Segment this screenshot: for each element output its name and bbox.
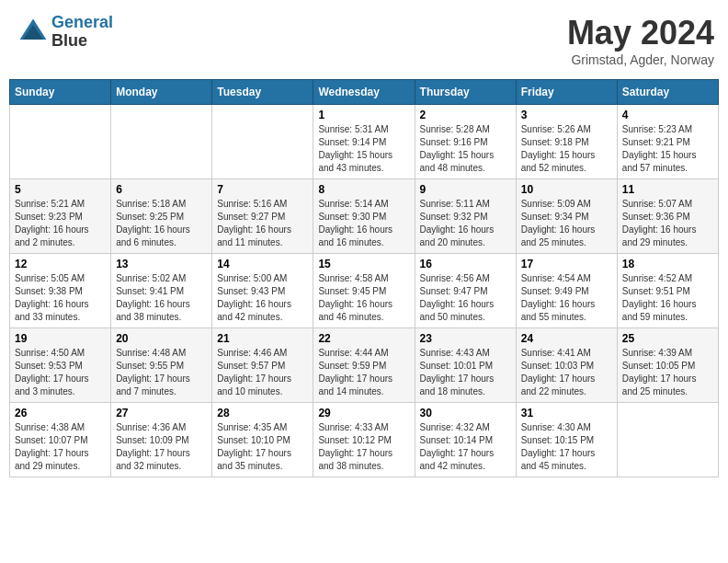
day-info: Sunrise: 5:31 AM Sunset: 9:14 PM Dayligh… (318, 123, 409, 175)
day-info: Sunrise: 5:16 AM Sunset: 9:27 PM Dayligh… (217, 198, 308, 249)
day-number: 8 (318, 183, 409, 196)
day-info: Sunrise: 5:14 AM Sunset: 9:30 PM Dayligh… (318, 198, 409, 249)
day-number: 27 (116, 407, 207, 419)
day-cell: 16Sunrise: 4:56 AM Sunset: 9:47 PM Dayli… (415, 254, 516, 328)
day-info: Sunrise: 4:54 AM Sunset: 9:49 PM Dayligh… (521, 272, 612, 324)
day-number: 15 (318, 258, 409, 270)
day-cell: 18Sunrise: 4:52 AM Sunset: 9:51 PM Dayli… (617, 254, 718, 328)
week-row-4: 19Sunrise: 4:50 AM Sunset: 9:53 PM Dayli… (10, 328, 719, 403)
day-info: Sunrise: 5:00 AM Sunset: 9:43 PM Dayligh… (217, 272, 308, 324)
day-number: 21 (217, 332, 308, 345)
day-info: Sunrise: 5:11 AM Sunset: 9:32 PM Dayligh… (420, 198, 511, 249)
day-cell (212, 105, 313, 179)
weekday-header-friday: Friday (516, 80, 617, 105)
day-info: Sunrise: 5:21 AM Sunset: 9:23 PM Dayligh… (15, 198, 106, 249)
day-cell: 1Sunrise: 5:31 AM Sunset: 9:14 PM Daylig… (313, 105, 415, 179)
week-row-5: 26Sunrise: 4:38 AM Sunset: 10:07 PM Dayl… (10, 403, 719, 477)
day-cell: 10Sunrise: 5:09 AM Sunset: 9:34 PM Dayli… (516, 179, 617, 254)
logo-line1: General (51, 13, 113, 31)
day-info: Sunrise: 5:18 AM Sunset: 9:25 PM Dayligh… (116, 198, 207, 249)
day-info: Sunrise: 4:39 AM Sunset: 10:05 PM Daylig… (622, 347, 713, 398)
day-info: Sunrise: 5:23 AM Sunset: 9:21 PM Dayligh… (622, 123, 713, 175)
day-cell: 3Sunrise: 5:26 AM Sunset: 9:18 PM Daylig… (516, 105, 617, 179)
day-number: 14 (217, 258, 308, 270)
day-cell: 23Sunrise: 4:43 AM Sunset: 10:01 PM Dayl… (415, 328, 516, 403)
day-number: 7 (217, 183, 308, 196)
day-info: Sunrise: 5:02 AM Sunset: 9:41 PM Dayligh… (116, 272, 207, 324)
day-number: 29 (318, 407, 409, 419)
day-number: 30 (420, 407, 511, 419)
day-number: 17 (521, 258, 612, 270)
day-info: Sunrise: 4:41 AM Sunset: 10:03 PM Daylig… (521, 347, 612, 398)
day-number: 1 (318, 109, 409, 121)
day-number: 25 (622, 332, 713, 345)
day-info: Sunrise: 4:43 AM Sunset: 10:01 PM Daylig… (420, 347, 511, 398)
day-number: 5 (15, 183, 106, 196)
day-cell: 15Sunrise: 4:58 AM Sunset: 9:45 PM Dayli… (313, 254, 415, 328)
day-info: Sunrise: 5:07 AM Sunset: 9:36 PM Dayligh… (622, 198, 713, 249)
day-number: 16 (420, 258, 511, 270)
day-cell: 4Sunrise: 5:23 AM Sunset: 9:21 PM Daylig… (617, 105, 718, 179)
day-info: Sunrise: 4:30 AM Sunset: 10:15 PM Daylig… (521, 421, 612, 473)
month-year: May 2024 (567, 14, 714, 52)
week-row-3: 12Sunrise: 5:05 AM Sunset: 9:38 PM Dayli… (10, 254, 719, 328)
day-cell: 11Sunrise: 5:07 AM Sunset: 9:36 PM Dayli… (617, 179, 718, 254)
day-cell: 22Sunrise: 4:44 AM Sunset: 9:59 PM Dayli… (313, 328, 415, 403)
day-number: 4 (622, 109, 713, 121)
day-number: 9 (420, 183, 511, 196)
day-cell: 13Sunrise: 5:02 AM Sunset: 9:41 PM Dayli… (111, 254, 212, 328)
day-cell: 29Sunrise: 4:33 AM Sunset: 10:12 PM Dayl… (313, 403, 415, 477)
day-cell: 12Sunrise: 5:05 AM Sunset: 9:38 PM Dayli… (10, 254, 111, 328)
day-info: Sunrise: 4:33 AM Sunset: 10:12 PM Daylig… (318, 421, 409, 473)
day-info: Sunrise: 4:38 AM Sunset: 10:07 PM Daylig… (15, 421, 106, 473)
day-number: 20 (116, 332, 207, 345)
day-cell (617, 403, 718, 477)
title-block: May 2024 Grimstad, Agder, Norway (567, 14, 714, 67)
day-cell: 24Sunrise: 4:41 AM Sunset: 10:03 PM Dayl… (516, 328, 617, 403)
day-number: 10 (521, 183, 612, 196)
weekday-header-sunday: Sunday (10, 80, 111, 105)
day-info: Sunrise: 4:56 AM Sunset: 9:47 PM Dayligh… (420, 272, 511, 324)
day-number: 6 (116, 183, 207, 196)
day-number: 23 (420, 332, 511, 345)
day-number: 11 (622, 183, 713, 196)
weekday-header-monday: Monday (111, 80, 212, 105)
location: Grimstad, Agder, Norway (567, 52, 714, 67)
day-cell: 7Sunrise: 5:16 AM Sunset: 9:27 PM Daylig… (212, 179, 313, 254)
weekday-header-saturday: Saturday (617, 80, 718, 105)
logo-text: General Blue (51, 14, 113, 51)
weekday-header-row: SundayMondayTuesdayWednesdayThursdayFrid… (10, 80, 719, 105)
day-info: Sunrise: 4:36 AM Sunset: 10:09 PM Daylig… (116, 421, 207, 473)
day-number: 28 (217, 407, 308, 419)
day-number: 31 (521, 407, 612, 419)
day-cell: 20Sunrise: 4:48 AM Sunset: 9:55 PM Dayli… (111, 328, 212, 403)
day-info: Sunrise: 4:35 AM Sunset: 10:10 PM Daylig… (217, 421, 308, 473)
day-number: 22 (318, 332, 409, 345)
day-cell: 30Sunrise: 4:32 AM Sunset: 10:14 PM Dayl… (415, 403, 516, 477)
day-info: Sunrise: 4:48 AM Sunset: 9:55 PM Dayligh… (116, 347, 207, 398)
day-cell: 8Sunrise: 5:14 AM Sunset: 9:30 PM Daylig… (313, 179, 415, 254)
day-info: Sunrise: 5:09 AM Sunset: 9:34 PM Dayligh… (521, 198, 612, 249)
week-row-2: 5Sunrise: 5:21 AM Sunset: 9:23 PM Daylig… (10, 179, 719, 254)
day-cell: 27Sunrise: 4:36 AM Sunset: 10:09 PM Dayl… (111, 403, 212, 477)
header: General Blue May 2024 Grimstad, Agder, N… (9, 9, 719, 72)
day-cell (111, 105, 212, 179)
day-info: Sunrise: 4:58 AM Sunset: 9:45 PM Dayligh… (318, 272, 409, 324)
day-info: Sunrise: 4:46 AM Sunset: 9:57 PM Dayligh… (217, 347, 308, 398)
day-info: Sunrise: 4:52 AM Sunset: 9:51 PM Dayligh… (622, 272, 713, 324)
day-cell: 19Sunrise: 4:50 AM Sunset: 9:53 PM Dayli… (10, 328, 111, 403)
logo-line2: Blue (51, 32, 113, 51)
day-cell: 26Sunrise: 4:38 AM Sunset: 10:07 PM Dayl… (10, 403, 111, 477)
day-cell: 21Sunrise: 4:46 AM Sunset: 9:57 PM Dayli… (212, 328, 313, 403)
day-cell: 9Sunrise: 5:11 AM Sunset: 9:32 PM Daylig… (415, 179, 516, 254)
day-info: Sunrise: 5:28 AM Sunset: 9:16 PM Dayligh… (420, 123, 511, 175)
calendar: SundayMondayTuesdayWednesdayThursdayFrid… (9, 79, 719, 477)
weekday-header-tuesday: Tuesday (212, 80, 313, 105)
weekday-header-wednesday: Wednesday (313, 80, 415, 105)
day-cell: 6Sunrise: 5:18 AM Sunset: 9:25 PM Daylig… (111, 179, 212, 254)
day-info: Sunrise: 4:32 AM Sunset: 10:14 PM Daylig… (420, 421, 511, 473)
logo: General Blue (18, 14, 113, 51)
day-cell (10, 105, 111, 179)
weekday-header-thursday: Thursday (415, 80, 516, 105)
day-cell: 25Sunrise: 4:39 AM Sunset: 10:05 PM Dayl… (617, 328, 718, 403)
